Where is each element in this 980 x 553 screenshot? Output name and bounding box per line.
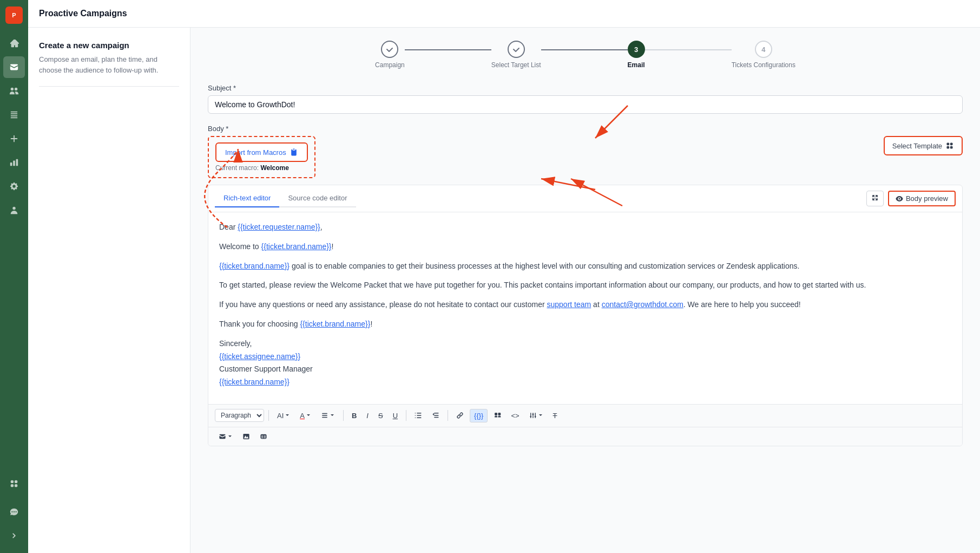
step-circle-campaign [381, 41, 398, 58]
sidebar-item-list[interactable] [3, 104, 25, 126]
sidebar-item-email[interactable] [3, 56, 25, 78]
app-logo: P [5, 6, 23, 24]
step-tickets: 4 Tickets Configurations [732, 41, 795, 69]
top-bar: Proactive Campaigns [28, 0, 980, 28]
placeholder-requester-name: {{ticket.requester.name}} [238, 223, 320, 231]
code-button[interactable]: <> [507, 409, 523, 422]
stepper: Campaign Select Target List 3 Email [208, 41, 963, 69]
editor-toolbar-row1: Paragraph AI A [208, 404, 962, 427]
current-macro-label: Current macro: [215, 164, 259, 172]
sidebar-item-contacts[interactable] [3, 80, 25, 102]
placeholder-brand-name-2: {{ticket.brand.name}} [219, 262, 290, 270]
step-circle-tickets: 4 [755, 41, 772, 58]
align-button[interactable] [317, 409, 339, 421]
image-insert-button[interactable] [239, 431, 254, 443]
insert-more-icon [529, 412, 537, 419]
sidebar-item-add[interactable] [3, 128, 25, 149]
support-team-link[interactable]: support team [547, 300, 591, 309]
step-circle-email: 3 [628, 41, 645, 58]
editor-line-4: To get started, please review the Welcom… [219, 279, 951, 292]
table-insert-icon [260, 433, 267, 440]
numbered-list-button[interactable] [428, 409, 443, 421]
panel-title: Create a new campaign [39, 41, 179, 50]
subject-group: Subject * [208, 84, 963, 114]
ai-label: AI [277, 412, 284, 420]
align-icon [321, 412, 328, 419]
step-label-target: Select Target List [491, 61, 541, 69]
editor-line-5: If you have any questions or need any as… [219, 298, 951, 311]
expand-button[interactable] [866, 191, 884, 206]
email-link[interactable]: contact@growthdot.com [602, 300, 683, 309]
email-insert-button[interactable] [215, 431, 236, 443]
current-macro-value: Welcome [260, 164, 288, 172]
placeholder-button[interactable]: {{}} [470, 409, 488, 422]
expand-icon [871, 194, 879, 201]
sidebar-item-user[interactable] [3, 199, 25, 221]
editor-line-3: {{ticket.brand.name}} goal is to enable … [219, 260, 951, 273]
strikethrough-button[interactable]: S [374, 409, 387, 422]
editor-tabs: Rich-text editor Source code editor [215, 190, 356, 207]
font-color-button[interactable]: A [296, 409, 315, 422]
tab-source-code[interactable]: Source code editor [279, 190, 356, 207]
placeholder-brand-name-1: {{ticket.brand.name}} [261, 242, 332, 251]
sidebar-item-home[interactable] [3, 32, 25, 54]
svg-text:P: P [12, 12, 16, 18]
insert-more-button[interactable] [525, 409, 547, 421]
more-chevron-icon [538, 413, 543, 418]
step-label-campaign: Campaign [375, 61, 405, 69]
chevron-down-icon [285, 413, 290, 418]
body-preview-label: Body preview [906, 194, 948, 203]
editor-line-1: Dear {{ticket.requester.name}}, [219, 221, 951, 234]
sidebar-item-chat[interactable] [3, 501, 25, 523]
import-macros-button[interactable]: Import from Macros [215, 142, 308, 162]
eye-icon [896, 195, 903, 203]
clipboard-icon [290, 148, 298, 157]
sidebar-item-chart[interactable] [3, 152, 25, 173]
step-campaign: Campaign [375, 41, 405, 69]
editor-content[interactable]: Dear {{ticket.requester.name}}, Welcome … [208, 212, 962, 404]
bullet-list-icon [415, 412, 422, 419]
table-insert-button[interactable] [256, 431, 271, 443]
clear-format-button[interactable]: T [549, 409, 561, 422]
divider-3 [406, 410, 406, 421]
paragraph-select[interactable]: Paragraph [215, 409, 264, 422]
underline-button[interactable]: U [389, 409, 402, 422]
font-color-chevron-icon [306, 413, 311, 418]
step-circle-target [508, 41, 525, 58]
sidebar: P [0, 0, 28, 553]
content-area: Campaign Select Target List 3 Email [190, 28, 980, 553]
select-template-button[interactable]: Select Template [884, 136, 963, 155]
clear-format-label: T [553, 412, 557, 420]
placeholder-assignee-name: {{ticket.assignee.name}} [219, 352, 300, 361]
bold-button[interactable]: B [348, 409, 360, 422]
ai-button[interactable]: AI [273, 409, 294, 422]
macro-info: Current macro: Welcome [215, 164, 308, 172]
step-label-email: Email [628, 61, 645, 69]
body-preview-button[interactable]: Body preview [888, 191, 956, 206]
sidebar-item-collapse[interactable] [3, 525, 25, 547]
body-group: Body * Import from Macros Current macro:… [208, 125, 963, 446]
align-chevron-icon [330, 413, 335, 418]
editor-line-6: Thank you for choosing {{ticket.brand.na… [219, 318, 951, 331]
bullet-list-button[interactable] [411, 409, 426, 421]
italic-button[interactable]: I [363, 409, 372, 422]
subject-input[interactable] [208, 95, 963, 114]
divider-4 [448, 410, 448, 421]
panel-description: Compose an email, plan the time, and cho… [39, 54, 179, 75]
sidebar-item-settings[interactable] [3, 175, 25, 197]
placeholder-label: {{}} [474, 412, 483, 420]
left-panel: Create a new campaign Compose an email, … [28, 28, 190, 553]
link-button[interactable] [452, 409, 468, 421]
link-icon [456, 412, 464, 419]
editor-container: Rich-text editor Source code editor Body… [208, 185, 963, 446]
quote-icon [494, 412, 501, 419]
quote-button[interactable] [490, 409, 505, 421]
step-target: Select Target List [491, 41, 541, 69]
tab-rich-text[interactable]: Rich-text editor [215, 190, 279, 207]
customer-support-title: Customer Support Manager [219, 365, 313, 373]
sidebar-item-apps[interactable] [3, 473, 25, 495]
app-title: Proactive Campaigns [39, 9, 127, 18]
import-macros-label: Import from Macros [225, 148, 286, 157]
subject-label: Subject * [208, 84, 963, 92]
divider-2 [343, 410, 344, 421]
